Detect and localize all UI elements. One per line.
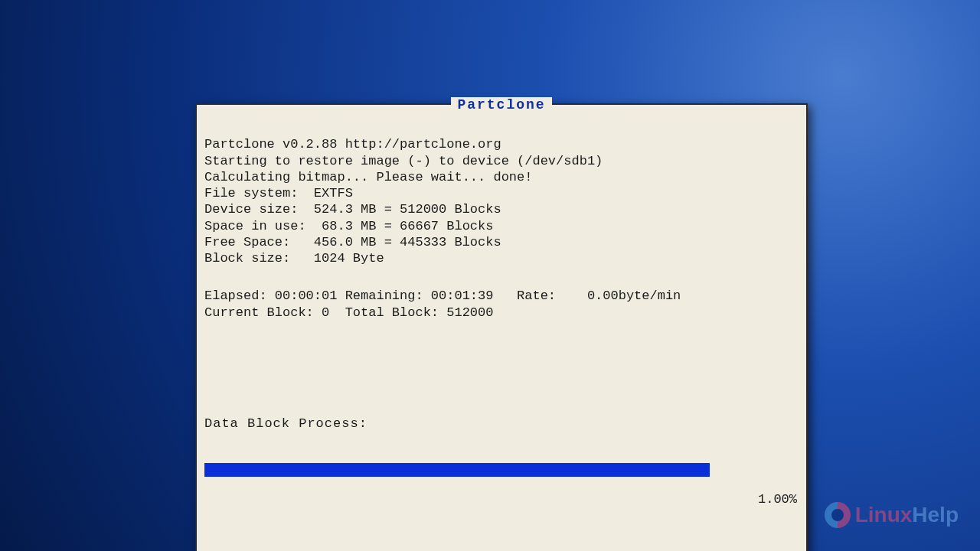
line-action: Starting to restore image (-) to device … xyxy=(204,154,603,168)
progress-section: Data Block Process: 1.00% Total Block Pr… xyxy=(204,350,799,551)
data-block-percent: 1.00% xyxy=(724,491,799,509)
data-block-label: Data Block Process: xyxy=(204,416,710,432)
line-space-in-use: Space in use: 68.3 MB = 66667 Blocks xyxy=(204,219,493,233)
partclone-dialog: Partclone Partclone v0.2.88 http://partc… xyxy=(195,103,808,551)
data-block-progressbar xyxy=(204,463,710,477)
line-filesystem: File system: EXTFS xyxy=(204,186,353,201)
status-block: Elapsed: 00:00:01 Remaining: 00:01:39 Ra… xyxy=(204,288,799,321)
dialog-title: Partclone xyxy=(451,97,551,112)
status-line-1: Elapsed: 00:00:01 Remaining: 00:01:39 Ra… xyxy=(204,289,681,303)
total-block-row: Total Block Process: 0.00% xyxy=(204,546,799,551)
watermark: LinuxHelp xyxy=(825,502,959,528)
line-version: Partclone v0.2.88 http://partclone.org xyxy=(204,137,501,152)
line-device-size: Device size: 524.3 MB = 512000 Blocks xyxy=(204,202,501,217)
dialog-content: Partclone v0.2.88 http://partclone.org S… xyxy=(197,120,806,551)
data-block-row: Data Block Process: 1.00% xyxy=(204,383,799,510)
line-free-space: Free Space: 456.0 MB = 445333 Blocks xyxy=(204,235,501,249)
watermark-text: LinuxHelp xyxy=(855,503,959,527)
line-block-size: Block size: 1024 Byte xyxy=(204,251,384,266)
status-line-2: Current Block: 0 Total Block: 512000 xyxy=(204,305,493,320)
linuxhelp-logo-icon xyxy=(825,502,851,528)
dialog-title-bar: Partclone xyxy=(197,105,806,120)
line-bitmap: Calculating bitmap... Please wait... don… xyxy=(204,170,532,184)
